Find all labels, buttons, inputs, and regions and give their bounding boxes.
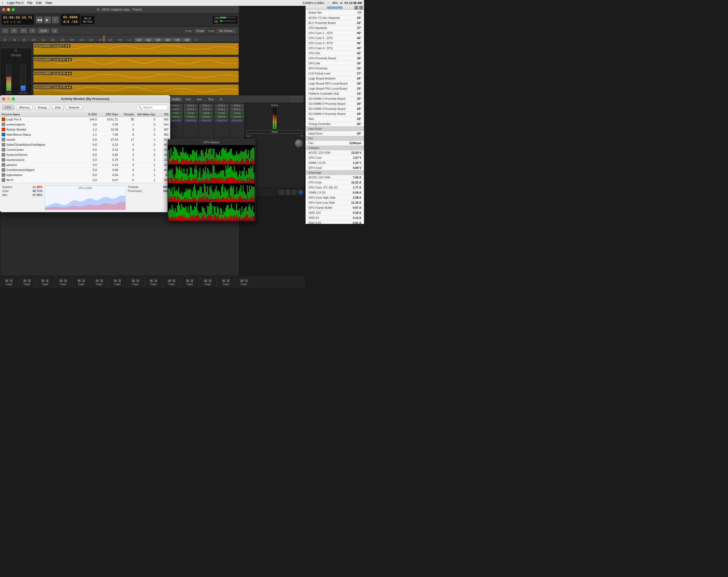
track-solo-btn-9[interactable]: S [172,279,176,282]
track-mute-btn-11[interactable]: M [204,279,208,282]
track-solo-btn-10[interactable]: S [190,279,193,282]
trim-tool[interactable]: T [29,28,36,33]
ch3-comp[interactable]: Comp [199,111,213,114]
ch2-eq[interactable]: Chan EQ [184,119,198,122]
mixer-tab-audio[interactable]: Audio [170,97,182,101]
track-mute-btn-9[interactable]: M [168,279,172,282]
istat-close-icon[interactable] [355,6,358,9]
ch3-chorus[interactable]: Chorus [199,115,213,118]
am-tab-network[interactable]: Network [66,105,82,110]
am-process-row-5[interactable]: SafariCloudHistoryPushAgent 0.0 0.12 4 0… [0,142,170,147]
track-solo-btn-1[interactable]: S [28,279,31,282]
track-mute-btn-7[interactable]: M [132,279,135,282]
ch4-comp[interactable]: Comp [214,111,229,114]
mixer-icon-1[interactable] [280,190,284,194]
waveform-1[interactable]: AcGuit M300: Comp B.3 ★★ [33,43,238,55]
am-process-row-7[interactable]: SystemUIServer 0.0 0.82 3 0 266 [0,152,170,157]
am-process-row-12[interactable]: Wi-Fi 0.0 0.07 5 1 383 [0,178,170,183]
ch3-io2[interactable]: O In 1 [199,108,213,111]
mixer-view-btn-2[interactable] [297,97,302,102]
track-mute-btn-13[interactable]: M [240,279,244,282]
drag-value[interactable]: No Overla... [217,29,237,33]
am-process-row-9[interactable]: parsecd 0.0 0.13 3 1 342 [0,162,170,167]
ch2-io2[interactable]: O In 1 [184,108,198,111]
am-process-row-3[interactable]: iStat Menus Status 1.1 7.56 6 2 382 [0,132,170,137]
am-search-input[interactable] [136,105,168,110]
am-process-row-1[interactable]: screencapture 3.6 3.09 2 0 544 [0,122,170,127]
ch4-io2[interactable]: O In 1 [214,108,229,111]
apple-menu[interactable]:  [2,1,3,5]
am-process-row-0[interactable]: Logic Pro X 144.0 14:51.71 30 0 405 [0,117,170,122]
view-menu[interactable]: View [45,1,52,5]
minimize-button[interactable] [7,8,10,11]
waveform-3[interactable]: AcGuit M300: Comp B.98 ★★ [33,71,238,82]
col-cpu-time[interactable]: CPU Time [98,113,120,116]
ch4-chorus[interactable]: Chorus [214,115,229,118]
am-close-button[interactable] [2,97,5,101]
am-tab-cpu[interactable]: CPU [2,105,14,110]
am-tab-disk[interactable]: Disk [52,105,63,110]
read-button[interactable]: Read [246,130,303,134]
am-process-row-2[interactable]: Activity Monitor 1.2 10.36 6 2 487 [0,127,170,132]
istat-expand-icon[interactable] [359,6,363,9]
pencil-tool[interactable]: ✎ [10,28,18,33]
col-cpu[interactable]: % CPU [80,113,98,116]
mixer-icon-3[interactable] [292,190,296,194]
track-solo-btn-3[interactable]: S [64,279,67,282]
track-solo-btn-11[interactable]: S [208,279,212,282]
track-solo-btn-7[interactable]: S [136,279,139,282]
ch3-io[interactable]: O In 1 [199,104,213,107]
track-mute-btn-4[interactable]: M [77,279,81,282]
ch1-eq[interactable]: Chan EQ [168,119,182,122]
track-mute-btn-2[interactable]: M [41,279,45,282]
ch1-chorus[interactable]: Chorus [168,115,182,118]
col-threads[interactable]: Threads [120,113,136,116]
am-tab-memory[interactable]: Memory [16,105,33,110]
ch2-io[interactable]: O In 1 [184,104,198,107]
edit-menu[interactable]: Edit [36,1,42,5]
track-solo-btn-12[interactable]: S [227,279,230,282]
col-pid[interactable]: PID [157,113,170,116]
am-process-row-11[interactable]: loginwindow 0.0 0.54 2 1 83 [0,173,170,178]
track-mute-btn-3[interactable]: M [59,279,63,282]
play-button[interactable]: ▶ [44,17,51,23]
metronome-tool[interactable]: ♬ [51,28,58,33]
rewind-button[interactable]: ◀◀ [36,17,43,23]
mixer-tab-inst[interactable]: Inst [184,97,193,101]
ch4-io[interactable]: O In 1 [214,104,229,107]
mixer-icon-2[interactable] [286,190,290,194]
col-process-name[interactable]: Process Name [0,113,80,116]
col-idle[interactable]: Idle Wake Ups [136,113,157,116]
am-process-row-10[interactable]: CoreServicesUIAgent 0.0 0.08 4 1 492 [0,167,170,173]
mixer-tab-in[interactable]: In [218,97,225,101]
ch5-io2[interactable]: O In 1 [230,108,244,111]
mixer-icon-4[interactable] [298,190,303,194]
record-button[interactable]: ● [52,17,59,23]
track-mute-btn-5[interactable]: M [96,279,99,282]
waveform-4[interactable]: AcGuit M300: Comp B.99 ★★ [33,84,238,96]
am-tab-energy[interactable]: Energy [35,105,50,110]
mixer-view-btn-1[interactable] [291,97,296,102]
track-mute-btn-12[interactable]: M [222,279,226,282]
ch5-comp[interactable]: Comp [230,111,244,114]
am-maximize-button[interactable] [12,97,15,101]
logic-menu[interactable]: Logic Pro X [7,1,23,5]
ch1-io2[interactable]: O In 1 [168,108,182,111]
ch2-chorus[interactable]: Chorus [184,115,198,118]
number-tool[interactable]: 1234 [38,28,49,33]
ch1-comp[interactable]: Comp [168,111,182,114]
mixer-tab-aux[interactable]: Aux [195,97,204,101]
ch5-chorus[interactable]: Chorus [230,115,244,118]
track-solo-btn-5[interactable]: S [100,279,103,282]
track-mute-btn-0[interactable]: M [5,279,9,282]
track-mute-btn-8[interactable]: M [150,279,153,282]
am-minimize-button[interactable] [7,97,10,101]
maximize-button[interactable] [12,8,15,11]
playhead[interactable] [104,35,104,42]
track-solo-btn-6[interactable]: S [118,279,121,282]
track-mute-btn-10[interactable]: M [186,279,189,282]
track-solo-btn-8[interactable]: S [154,279,157,282]
mixer-tab-bus[interactable]: Bus [206,97,216,101]
ch3-eq[interactable]: Chan EQ [199,119,213,122]
master-knob[interactable] [295,139,303,147]
